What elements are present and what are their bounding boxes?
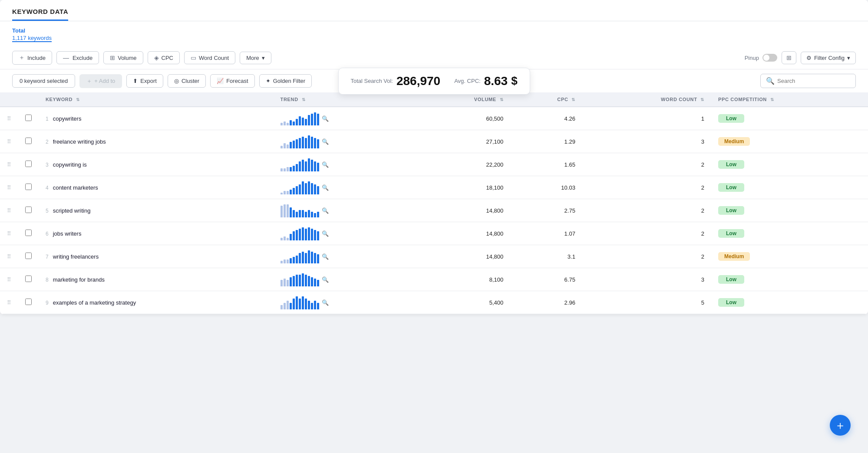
filters-row: ＋ Include — Exclude ⊞ Volume ◈ CPC ▭ Wor…	[0, 46, 868, 69]
trend-search-icon[interactable]: 🔍	[322, 207, 329, 214]
search-input[interactable]	[777, 78, 850, 84]
trend-bar	[290, 142, 292, 148]
trend-bar	[284, 143, 286, 148]
trend-bar	[281, 146, 283, 148]
trend-bar	[299, 161, 301, 171]
word-count-button[interactable]: ▭ Word Count	[184, 51, 235, 64]
cpc-button[interactable]: ◈ CPC	[148, 51, 180, 64]
trend-search-icon[interactable]: 🔍	[322, 138, 329, 145]
trend-search-icon[interactable]: 🔍	[322, 115, 329, 122]
row-number: 2	[46, 139, 49, 145]
cpc-cell: 10.03	[510, 176, 582, 199]
trend-bar	[314, 138, 316, 148]
add-to-button[interactable]: ＋ + Add to	[79, 74, 122, 88]
export-button[interactable]: ⬆ Export	[126, 74, 163, 88]
layout-button[interactable]: ⊞	[782, 51, 796, 64]
trend-bar	[290, 207, 292, 217]
pinup-toggle[interactable]	[762, 54, 777, 62]
trend-bar	[287, 301, 289, 309]
trend-search-icon[interactable]: 🔍	[322, 276, 329, 283]
volume-button[interactable]: ⊞ Volume	[103, 51, 143, 64]
filter-config-button[interactable]: ⚙ Filter Config ▾	[801, 52, 856, 64]
trend-bar	[305, 229, 307, 240]
table-row: ⠿2freelance writing jobs🔍27,1001.293Medi…	[0, 130, 868, 153]
word-count-cell: 2	[582, 245, 711, 268]
row-checkbox[interactable]	[25, 161, 32, 167]
trend-bar	[296, 164, 298, 171]
trend-bar	[308, 210, 310, 217]
cpc-cell: 1.07	[510, 222, 582, 245]
trend-bar	[311, 303, 313, 309]
ppc-cell: Medium	[711, 130, 868, 153]
trend-bar	[290, 167, 292, 171]
trend-search-icon[interactable]: 🔍	[322, 299, 329, 306]
trend-bar	[317, 303, 319, 309]
trend-bar	[287, 238, 289, 240]
trend-bar	[293, 188, 295, 194]
volume-cell: 14,800	[413, 222, 511, 245]
trend-bar	[317, 139, 319, 148]
tab-title[interactable]: KEYWORD DATA	[12, 8, 68, 21]
keyword-selected-button[interactable]: 0 keyword selected	[12, 74, 75, 88]
trend-cell: 🔍	[274, 176, 413, 199]
trend-bar	[281, 305, 283, 309]
row-checkbox[interactable]	[25, 138, 32, 144]
golden-filter-button[interactable]: ✦ Golden Filter	[259, 74, 312, 88]
row-checkbox[interactable]	[25, 115, 32, 121]
trend-bar	[308, 301, 310, 309]
volume-cell: 8,100	[413, 268, 511, 291]
forecast-button[interactable]: 📈 Forecast	[210, 74, 255, 88]
row-checkbox[interactable]	[25, 184, 32, 190]
keyword-cell: 3copywriting is	[39, 153, 274, 176]
word-count-icon: ▭	[191, 54, 196, 61]
trend-bar	[293, 121, 295, 125]
row-number: 1	[46, 116, 49, 122]
trend-search-icon[interactable]: 🔍	[322, 161, 329, 168]
row-number: 4	[46, 185, 49, 191]
col-ppc[interactable]: PPC COMPETITION ⇅	[711, 92, 868, 107]
exclude-button[interactable]: — Exclude	[56, 51, 99, 64]
row-checkbox[interactable]	[25, 207, 32, 213]
trend-bar	[311, 114, 313, 125]
row-checkbox[interactable]	[25, 299, 32, 305]
trend-bars	[281, 158, 319, 171]
col-trend[interactable]: TREND ⇅	[274, 92, 413, 107]
trend-bar	[284, 204, 286, 217]
cluster-button[interactable]: ◎ Cluster	[168, 74, 206, 88]
ppc-badge: Low	[718, 160, 744, 169]
trend-bar	[296, 119, 298, 125]
row-number: 7	[46, 254, 49, 260]
table-row: ⠿7writing freelancers🔍14,8003.12Medium	[0, 245, 868, 268]
fab-add-button[interactable]: ＋	[830, 415, 851, 436]
keyword-cell: 1copywriters	[39, 107, 274, 130]
col-word-count[interactable]: WORD COUNT ⇅	[582, 92, 711, 107]
col-keyword[interactable]: KEYWORD ⇅	[39, 92, 274, 107]
col-check	[18, 92, 39, 107]
row-checkbox-cell	[18, 291, 39, 314]
avg-cpc-value: 8.63	[484, 74, 508, 88]
trend-bar	[302, 118, 304, 125]
trend-search-icon[interactable]: 🔍	[322, 253, 329, 260]
col-cpc[interactable]: CPC ⇅	[510, 92, 582, 107]
row-checkbox[interactable]	[25, 276, 32, 282]
row-checkbox-cell	[18, 222, 39, 245]
col-volume[interactable]: VOLUME ⇅	[413, 92, 511, 107]
table-wrapper: KEYWORD ⇅ TREND ⇅ VOLUME ⇅ CPC ⇅ WORD CO…	[0, 92, 868, 314]
include-button[interactable]: ＋ Include	[12, 51, 52, 65]
trend-search-icon[interactable]: 🔍	[322, 230, 329, 237]
trend-bar	[293, 141, 295, 148]
ppc-badge: Medium	[718, 252, 750, 261]
trend-bar	[311, 229, 313, 240]
search-box[interactable]: 🔍	[760, 74, 856, 88]
total-section: Total 1,117 keywords	[0, 21, 868, 46]
trend-bar	[302, 137, 304, 148]
trend-bar	[287, 144, 289, 148]
trend-search-icon[interactable]: 🔍	[322, 184, 329, 191]
table-header-row: KEYWORD ⇅ TREND ⇅ VOLUME ⇅ CPC ⇅ WORD CO…	[0, 92, 868, 107]
row-checkbox[interactable]	[25, 230, 32, 236]
volume-cell: 60,500	[413, 107, 511, 130]
trend-bars	[281, 181, 319, 194]
ppc-badge: Low	[718, 275, 744, 284]
row-checkbox[interactable]	[25, 253, 32, 259]
more-button[interactable]: More ▾	[240, 52, 271, 64]
